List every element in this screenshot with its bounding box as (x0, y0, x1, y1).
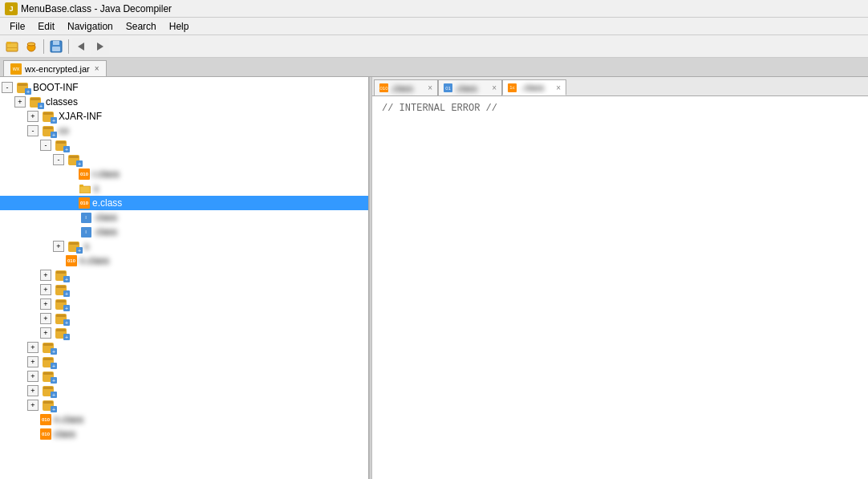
tree-node-file_n[interactable]: 010n.class (0, 412, 368, 427)
tree-node-classes[interactable]: + + classes (0, 95, 368, 109)
toolbar-separator-2 (68, 39, 69, 54)
tree-node-pkg5[interactable]: + + (0, 326, 368, 340)
svg-marker-8 (78, 43, 84, 51)
package-icon: + (40, 124, 56, 137)
expand-btn[interactable]: - (40, 140, 51, 151)
file-tree-panel: - + BOOT-INF+ + classes+ + XJAR-INF- (0, 77, 369, 479)
expand-btn[interactable]: + (27, 400, 39, 411)
tab-label-tab2: .class (455, 83, 489, 93)
editor-tab-tab1[interactable]: 010 .class × (374, 79, 438, 95)
package-icon: + (53, 139, 69, 152)
editor-tab-tab3[interactable]: 1c . class × (502, 79, 566, 95)
file-tab-bar: wx wx-encrypted.jar × (0, 58, 868, 77)
tree-node-file4[interactable]: I class (0, 210, 368, 225)
svg-rect-1 (6, 42, 11, 44)
menu-help[interactable]: Help (163, 19, 196, 34)
package-icon: + (53, 327, 69, 339)
tab-close-tab3[interactable]: × (556, 83, 561, 92)
tree-node-pkg10[interactable]: + + (0, 398, 368, 412)
class-icon: 010 (40, 428, 51, 440)
expand-btn[interactable]: + (27, 385, 39, 396)
tab-close-tab2[interactable]: × (492, 83, 497, 92)
tree-node-file6[interactable]: 010n.class (0, 254, 368, 268)
tree-node-boot-inf[interactable]: - + BOOT-INF (0, 80, 368, 95)
tree-node-pkg6[interactable]: + + (0, 340, 368, 355)
expand-btn[interactable]: + (40, 327, 51, 339)
tree-node-pkg3[interactable]: + + (0, 297, 368, 311)
tree-node-sub1[interactable]: - + (0, 138, 368, 152)
tree-node-pkg4[interactable]: + + (0, 311, 368, 326)
tree-node-menubase[interactable]: 010e.class (0, 196, 368, 210)
tree-node-file1[interactable]: 010r.class (0, 167, 368, 181)
expand-btn[interactable]: + (53, 241, 64, 252)
save-button[interactable] (47, 38, 65, 55)
node-label: n.class (54, 414, 83, 425)
forward-button[interactable] (91, 38, 109, 55)
class-icon: 010 (66, 255, 77, 266)
class-inner-icon: I (79, 211, 93, 224)
class-icon: 010 (79, 168, 90, 180)
jar-icon: wx (10, 63, 22, 75)
open-jar-button[interactable] (22, 38, 40, 55)
tree-node-xjar-inf[interactable]: + + XJAR-INF (0, 109, 368, 124)
package-icon: + (40, 370, 56, 383)
package-icon: + (66, 240, 82, 253)
node-label: class (95, 226, 117, 237)
svg-rect-11 (79, 185, 83, 187)
tree-container[interactable]: - + BOOT-INF+ + classes+ + XJAR-INF- (0, 77, 368, 479)
expand-btn[interactable]: + (27, 111, 39, 122)
tree-node-pkg1[interactable]: + + (0, 268, 368, 282)
expand-btn[interactable]: + (40, 270, 51, 281)
folder-icon (79, 182, 91, 195)
app-icon: J (5, 2, 18, 15)
expand-btn[interactable]: + (27, 356, 39, 367)
package-icon: + (53, 312, 69, 325)
tree-node-sub3[interactable]: + + s (0, 239, 368, 254)
tree-node-sub2[interactable]: - + (0, 152, 368, 167)
class-inner-icon: I (79, 225, 93, 238)
jar-tab-close[interactable]: × (95, 64, 99, 73)
jar-tab-label: wx-encrypted.jar (25, 64, 90, 74)
package-icon: + (40, 341, 56, 354)
tree-node-file_c[interactable]: 010class (0, 427, 368, 441)
tree-node-com[interactable]: - + co (0, 124, 368, 138)
svg-rect-2 (7, 47, 17, 48)
package-icon: + (53, 298, 69, 311)
expand-btn[interactable]: + (27, 342, 39, 353)
menu-search[interactable]: Search (120, 19, 163, 34)
class-icon: 010 (79, 197, 90, 209)
window-title: MenuBase.class - Java Decompiler (21, 3, 172, 14)
expand-btn[interactable]: + (40, 313, 51, 324)
package-icon: + (14, 81, 30, 94)
svg-rect-10 (79, 186, 91, 193)
package-icon: + (40, 355, 56, 368)
expand-btn[interactable]: - (2, 82, 13, 93)
editor-tab-tab2[interactable]: 01 .class × (438, 79, 502, 95)
tree-node-file5[interactable]: I class (0, 225, 368, 239)
tree-node-pkg2[interactable]: + + (0, 282, 368, 297)
expand-btn[interactable]: + (14, 96, 26, 108)
menu-edit[interactable]: Edit (31, 19, 61, 34)
toolbar (0, 35, 868, 58)
expand-btn[interactable]: + (27, 371, 39, 382)
node-label: n.class (79, 255, 109, 266)
node-label: class (54, 428, 75, 440)
open-file-button[interactable] (3, 38, 21, 55)
jar-file-tab[interactable]: wx wx-encrypted.jar × (3, 60, 107, 76)
node-label: co (59, 125, 69, 136)
tree-node-pkg7[interactable]: + + (0, 355, 368, 369)
title-bar: J MenuBase.class - Java Decompiler (0, 0, 868, 18)
svg-rect-7 (52, 47, 60, 51)
expand-btn[interactable]: + (40, 298, 51, 310)
editor-panel: 010 .class × 01 .class × 1c . class × //… (372, 77, 868, 479)
expand-btn[interactable]: - (53, 154, 64, 165)
expand-btn[interactable]: - (27, 125, 39, 136)
tab-close-tab1[interactable]: × (428, 83, 432, 92)
tree-node-pkg9[interactable]: + + (0, 384, 368, 398)
tree-node-pkg8[interactable]: + + (0, 369, 368, 384)
menu-navigation[interactable]: Navigation (61, 19, 120, 34)
menu-file[interactable]: File (3, 19, 31, 34)
back-button[interactable] (72, 38, 90, 55)
tree-node-file2[interactable]: s (0, 181, 368, 196)
expand-btn[interactable]: + (40, 284, 51, 295)
